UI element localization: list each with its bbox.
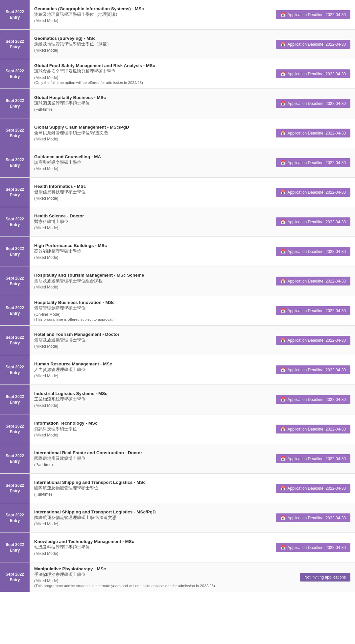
program-mode: (Mixed Mode) (34, 579, 265, 583)
deadline-badge: 📅Application Deadline: 2022-04-30 (276, 336, 350, 345)
deadline-column: 📅Application Deadline: 2022-04-30 (270, 474, 355, 503)
calendar-icon: 📅 (280, 308, 286, 313)
program-title-en: Hotel and Tourism Management - Doctor (34, 332, 265, 337)
program-info: Health Informatics - MSc健康信息科技理學碩士學位(Mix… (30, 178, 270, 207)
program-info: Geomatics (Surveying) - MSc測繪及地理資訊學理學碩士學… (30, 30, 270, 59)
table-row: Sept 2022 EntryHospitality Business Inno… (0, 296, 355, 326)
program-info: Global Food Safety Management and Risk A… (30, 59, 270, 88)
program-info: Global Supply Chain Management - MSc/PgD… (30, 118, 270, 148)
calendar-icon: 📅 (280, 515, 286, 520)
deadline-column: 📅Application Deadline: 2022-04-30 (270, 296, 355, 325)
entry-badge: Sept 2022 Entry (0, 385, 30, 414)
calendar-icon: 📅 (280, 397, 286, 402)
program-title-en: International Shipping and Transport Log… (34, 509, 265, 514)
deadline-text: Application Deadline: 2022-04-30 (288, 457, 346, 461)
deadline-text: Not inviting applications (304, 575, 346, 580)
deadline-column: 📅Application Deadline: 2022-04-30 (270, 0, 355, 29)
program-title-en: Global Hospitality Business - MSc (34, 95, 265, 100)
entry-badge: Sept 2022 Entry (0, 266, 30, 296)
entry-badge: Sept 2022 Entry (0, 118, 30, 148)
table-row: Sept 2022 EntryGlobal Food Safety Manage… (0, 59, 355, 89)
program-title-en: Health Informatics - MSc (34, 184, 265, 189)
table-row: Sept 2022 EntryInternational Real Estate… (0, 444, 355, 474)
entry-badge: Sept 2022 Entry (0, 148, 30, 177)
program-note: (This programme admits students in alter… (34, 584, 265, 588)
program-mode: (Full-time) (34, 107, 265, 112)
entry-badge: Sept 2022 Entry (0, 414, 30, 444)
program-title-en: Hospitality Business Innovation - MSc (34, 300, 265, 305)
deadline-badge: 📅Application Deadline: 2022-04-30 (276, 365, 350, 374)
calendar-icon: 📅 (280, 249, 286, 254)
table-row: Sept 2022 EntryGlobal Hospitality Busine… (0, 89, 355, 118)
program-title-en: Geomatics (Geographic Information System… (34, 6, 265, 11)
calendar-icon: 📅 (280, 338, 286, 343)
table-row: Sept 2022 EntryGuidance and Counselling … (0, 148, 355, 178)
deadline-column: 📅Application Deadline: 2022-04-30 (270, 30, 355, 59)
program-title-zh: 國際房地產及建築博士學位 (34, 456, 265, 461)
program-mode: (Mixed Mode) (34, 18, 265, 23)
program-title-en: Guidance and Counselling - MA (34, 154, 265, 159)
entry-badge: Sept 2022 Entry (0, 503, 30, 533)
entry-badge: Sept 2022 Entry (0, 207, 30, 236)
program-title-zh: 人力資源管理理學碩士學位 (34, 367, 265, 373)
deadline-badge: 📅Application Deadline: 2022-04-30 (276, 425, 350, 433)
program-info: Guidance and Counselling - MA諮商與輔導文學碩士學位… (30, 148, 270, 177)
calendar-icon: 📅 (280, 456, 286, 461)
deadline-badge: 📅Application Deadline: 2022-04-30 (276, 543, 350, 552)
deadline-badge: 📅Application Deadline: 2022-04-30 (276, 277, 350, 285)
table-row: Sept 2022 EntryInformation Technology - … (0, 414, 355, 444)
program-title-en: International Shipping and Transport Log… (34, 480, 265, 485)
program-title-zh: 高效能建築理學碩士學位 (34, 249, 265, 254)
calendar-icon: 📅 (280, 427, 286, 432)
program-list: Sept 2022 EntryGeomatics (Geographic Inf… (0, 0, 355, 592)
deadline-text: Application Deadline: 2022-04-30 (288, 101, 346, 106)
deadline-column: 📅Application Deadline: 2022-04-30 (270, 414, 355, 444)
program-mode: (Mixed Mode) (34, 75, 265, 80)
table-row: Sept 2022 EntryInternational Shipping an… (0, 474, 355, 503)
deadline-text: Application Deadline: 2022-04-30 (288, 190, 346, 195)
program-info: International Real Estate and Constructi… (30, 444, 270, 473)
deadline-column: 📅Application Deadline: 2022-04-30 (270, 118, 355, 148)
deadline-column: Not inviting applications (270, 562, 355, 592)
deadline-badge: 📅Application Deadline: 2022-04-30 (276, 217, 350, 226)
program-info: Geomatics (Geographic Information System… (30, 0, 270, 29)
program-title-en: Knowledge and Technology Management - MS… (34, 539, 265, 544)
program-mode: (Mixed Mode) (34, 48, 265, 53)
program-title-zh: 資訊科技理學碩士學位 (34, 426, 265, 432)
program-mode: (Mixed Mode) (34, 522, 265, 526)
deadline-badge: 📅Application Deadline: 2022-04-30 (276, 10, 350, 19)
deadline-column: 📅Application Deadline: 2022-04-30 (270, 148, 355, 177)
program-mode: (Mixed Mode) (34, 226, 265, 230)
calendar-icon: 📅 (280, 367, 286, 372)
deadline-text: Application Deadline: 2022-04-30 (288, 131, 346, 136)
program-mode: (Mixed Mode) (34, 344, 265, 349)
table-row: Sept 2022 EntryHotel and Tourism Managem… (0, 326, 355, 355)
deadline-text: Application Deadline: 2022-04-30 (288, 427, 346, 432)
deadline-text: Application Deadline: 2022-04-30 (288, 397, 346, 402)
program-info: Industrial Logistics Systems - MSc工業物流系統… (30, 385, 270, 414)
deadline-column: 📅Application Deadline: 2022-04-30 (270, 355, 355, 384)
program-title-zh: 國際航運及物流管理理學碩士學位 (34, 485, 265, 491)
entry-badge: Sept 2022 Entry (0, 326, 30, 355)
program-mode: (Part-time) (34, 462, 265, 467)
program-mode: (Full-time) (34, 492, 265, 497)
calendar-icon: 📅 (280, 71, 286, 76)
deadline-text: Application Deadline: 2022-04-30 (288, 279, 346, 284)
deadline-column: 📅Application Deadline: 2022-04-30 (270, 266, 355, 296)
program-mode: (Mixed Mode) (34, 403, 265, 408)
calendar-icon: 📅 (280, 101, 286, 106)
program-info: Hospitality Business Innovation - MSc酒店管… (30, 296, 270, 325)
deadline-column: 📅Application Deadline: 2022-04-30 (270, 326, 355, 355)
table-row: Sept 2022 EntryGeomatics (Geographic Inf… (0, 0, 355, 30)
calendar-icon: 📅 (280, 190, 286, 195)
entry-badge: Sept 2022 Entry (0, 296, 30, 325)
deadline-text: Application Deadline: 2022-04-30 (288, 516, 346, 520)
program-info: Manipulative Physiotherapy - MSc手法物理治療理學… (30, 562, 270, 592)
table-row: Sept 2022 EntryIndustrial Logistics Syst… (0, 385, 355, 414)
program-info: Human Resource Management - MSc人力資源管理理學碩… (30, 355, 270, 384)
table-row: Sept 2022 EntryHuman Resource Management… (0, 355, 355, 385)
program-info: Hotel and Tourism Management - Doctor酒店及… (30, 326, 270, 355)
program-info: Knowledge and Technology Management - MS… (30, 533, 270, 562)
table-row: Sept 2022 EntryGlobal Supply Chain Manag… (0, 118, 355, 148)
table-row: Sept 2022 EntryInternational Shipping an… (0, 503, 355, 533)
